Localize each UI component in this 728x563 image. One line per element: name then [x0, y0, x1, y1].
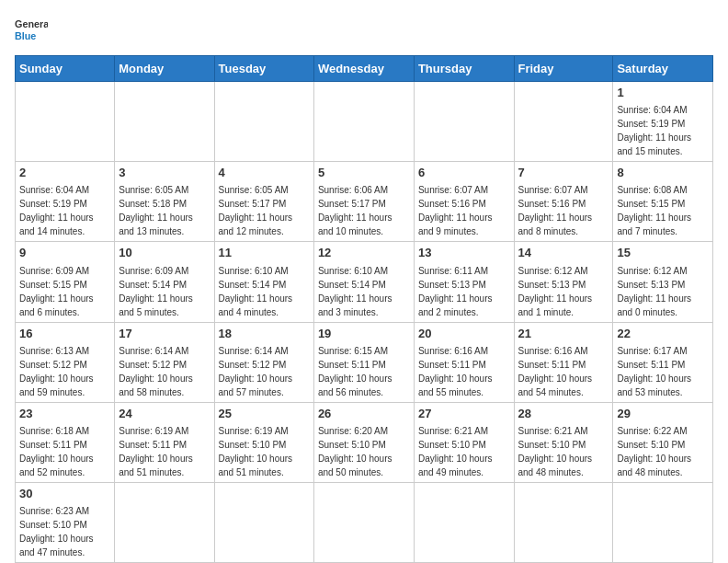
day-number: 29: [617, 406, 709, 422]
day-cell: [214, 482, 313, 562]
day-info: Sunrise: 6:21 AMSunset: 5:10 PMDaylight:…: [418, 424, 510, 479]
day-info: Sunrise: 6:05 AMSunset: 5:17 PMDaylight:…: [219, 183, 310, 238]
day-number: 25: [219, 406, 310, 422]
day-number: 20: [418, 326, 510, 342]
day-cell: 7Sunrise: 6:07 AMSunset: 5:16 PMDaylight…: [514, 162, 613, 242]
day-cell: [514, 482, 613, 562]
day-number: 10: [119, 245, 210, 261]
day-info: Sunrise: 6:19 AMSunset: 5:10 PMDaylight:…: [219, 424, 310, 479]
day-cell: 26Sunrise: 6:20 AMSunset: 5:10 PMDayligh…: [313, 402, 414, 482]
day-cell: 12Sunrise: 6:10 AMSunset: 5:14 PMDayligh…: [313, 242, 414, 322]
day-number: 1: [617, 85, 709, 101]
calendar: SundayMondayTuesdayWednesdayThursdayFrid…: [15, 55, 713, 563]
logo-icon: General Blue: [15, 15, 48, 48]
day-info: Sunrise: 6:11 AMSunset: 5:13 PMDaylight:…: [418, 264, 510, 319]
day-number: 27: [418, 406, 510, 422]
week-row: 30Sunrise: 6:23 AMSunset: 5:10 PMDayligh…: [16, 482, 713, 562]
day-info: Sunrise: 6:22 AMSunset: 5:10 PMDaylight:…: [617, 424, 709, 479]
day-info: Sunrise: 6:14 AMSunset: 5:12 PMDaylight:…: [219, 344, 310, 399]
day-cell: 16Sunrise: 6:13 AMSunset: 5:12 PMDayligh…: [16, 322, 115, 402]
day-info: Sunrise: 6:17 AMSunset: 5:11 PMDaylight:…: [617, 344, 709, 399]
day-number: 21: [518, 326, 609, 342]
day-cell: 27Sunrise: 6:21 AMSunset: 5:10 PMDayligh…: [414, 402, 514, 482]
day-header-sunday: Sunday: [16, 56, 115, 82]
day-info: Sunrise: 6:20 AMSunset: 5:10 PMDaylight:…: [318, 424, 410, 479]
day-number: 7: [518, 165, 609, 181]
day-number: 12: [318, 245, 410, 261]
day-info: Sunrise: 6:19 AMSunset: 5:11 PMDaylight:…: [119, 424, 210, 479]
day-cell: 3Sunrise: 6:05 AMSunset: 5:18 PMDaylight…: [115, 162, 214, 242]
day-info: Sunrise: 6:18 AMSunset: 5:11 PMDaylight:…: [19, 424, 110, 479]
week-row: 2Sunrise: 6:04 AMSunset: 5:19 PMDaylight…: [16, 162, 713, 242]
day-number: 15: [617, 245, 709, 261]
day-info: Sunrise: 6:16 AMSunset: 5:11 PMDaylight:…: [418, 344, 510, 399]
day-header-saturday: Saturday: [613, 56, 713, 82]
week-row: 16Sunrise: 6:13 AMSunset: 5:12 PMDayligh…: [16, 322, 713, 402]
day-cell: 4Sunrise: 6:05 AMSunset: 5:17 PMDaylight…: [214, 162, 313, 242]
day-cell: 13Sunrise: 6:11 AMSunset: 5:13 PMDayligh…: [414, 242, 514, 322]
day-number: 30: [19, 486, 110, 502]
day-number: 19: [318, 326, 410, 342]
day-cell: [313, 82, 414, 162]
header: General Blue: [15, 15, 713, 48]
day-cell: 17Sunrise: 6:14 AMSunset: 5:12 PMDayligh…: [115, 322, 214, 402]
day-cell: 25Sunrise: 6:19 AMSunset: 5:10 PMDayligh…: [214, 402, 313, 482]
day-info: Sunrise: 6:07 AMSunset: 5:16 PMDaylight:…: [418, 183, 510, 238]
day-cell: 19Sunrise: 6:15 AMSunset: 5:11 PMDayligh…: [313, 322, 414, 402]
day-cell: 15Sunrise: 6:12 AMSunset: 5:13 PMDayligh…: [613, 242, 713, 322]
day-cell: [414, 82, 514, 162]
day-cell: 9Sunrise: 6:09 AMSunset: 5:15 PMDaylight…: [16, 242, 115, 322]
day-cell: 18Sunrise: 6:14 AMSunset: 5:12 PMDayligh…: [214, 322, 313, 402]
day-info: Sunrise: 6:15 AMSunset: 5:11 PMDaylight:…: [318, 344, 410, 399]
day-info: Sunrise: 6:13 AMSunset: 5:12 PMDaylight:…: [19, 344, 110, 399]
calendar-header: SundayMondayTuesdayWednesdayThursdayFrid…: [16, 56, 713, 82]
day-cell: 1Sunrise: 6:04 AMSunset: 5:19 PMDaylight…: [613, 82, 713, 162]
day-cell: [16, 82, 115, 162]
day-cell: 14Sunrise: 6:12 AMSunset: 5:13 PMDayligh…: [514, 242, 613, 322]
day-cell: 23Sunrise: 6:18 AMSunset: 5:11 PMDayligh…: [16, 402, 115, 482]
day-cell: [514, 82, 613, 162]
day-info: Sunrise: 6:14 AMSunset: 5:12 PMDaylight:…: [119, 344, 210, 399]
day-cell: 20Sunrise: 6:16 AMSunset: 5:11 PMDayligh…: [414, 322, 514, 402]
day-number: 4: [219, 165, 310, 181]
svg-text:General: General: [15, 18, 48, 29]
day-cell: 22Sunrise: 6:17 AMSunset: 5:11 PMDayligh…: [613, 322, 713, 402]
day-info: Sunrise: 6:09 AMSunset: 5:15 PMDaylight:…: [19, 264, 110, 319]
day-cell: 28Sunrise: 6:21 AMSunset: 5:10 PMDayligh…: [514, 402, 613, 482]
svg-text:Blue: Blue: [15, 30, 36, 41]
day-cell: [313, 482, 414, 562]
day-info: Sunrise: 6:05 AMSunset: 5:18 PMDaylight:…: [119, 183, 210, 238]
day-cell: [613, 482, 713, 562]
day-info: Sunrise: 6:04 AMSunset: 5:19 PMDaylight:…: [617, 103, 709, 158]
day-cell: 30Sunrise: 6:23 AMSunset: 5:10 PMDayligh…: [16, 482, 115, 562]
day-header-wednesday: Wednesday: [313, 56, 414, 82]
day-header-monday: Monday: [115, 56, 214, 82]
day-number: 6: [418, 165, 510, 181]
day-cell: [115, 482, 214, 562]
week-row: 9Sunrise: 6:09 AMSunset: 5:15 PMDaylight…: [16, 242, 713, 322]
day-header-friday: Friday: [514, 56, 613, 82]
day-cell: 8Sunrise: 6:08 AMSunset: 5:15 PMDaylight…: [613, 162, 713, 242]
day-info: Sunrise: 6:16 AMSunset: 5:11 PMDaylight:…: [518, 344, 609, 399]
day-cell: 11Sunrise: 6:10 AMSunset: 5:14 PMDayligh…: [214, 242, 313, 322]
day-number: 3: [119, 165, 210, 181]
day-number: 18: [219, 326, 310, 342]
day-cell: 29Sunrise: 6:22 AMSunset: 5:10 PMDayligh…: [613, 402, 713, 482]
day-cell: [115, 82, 214, 162]
day-number: 14: [518, 245, 609, 261]
day-number: 13: [418, 245, 510, 261]
day-info: Sunrise: 6:04 AMSunset: 5:19 PMDaylight:…: [19, 183, 110, 238]
day-number: 9: [19, 245, 110, 261]
day-cell: 6Sunrise: 6:07 AMSunset: 5:16 PMDaylight…: [414, 162, 514, 242]
day-cell: 2Sunrise: 6:04 AMSunset: 5:19 PMDaylight…: [16, 162, 115, 242]
day-number: 16: [19, 326, 110, 342]
day-number: 2: [19, 165, 110, 181]
day-number: 17: [119, 326, 210, 342]
day-number: 22: [617, 326, 709, 342]
day-info: Sunrise: 6:09 AMSunset: 5:14 PMDaylight:…: [119, 264, 210, 319]
day-info: Sunrise: 6:12 AMSunset: 5:13 PMDaylight:…: [518, 264, 609, 319]
day-number: 23: [19, 406, 110, 422]
day-info: Sunrise: 6:21 AMSunset: 5:10 PMDaylight:…: [518, 424, 609, 479]
week-row: 1Sunrise: 6:04 AMSunset: 5:19 PMDaylight…: [16, 82, 713, 162]
day-cell: 21Sunrise: 6:16 AMSunset: 5:11 PMDayligh…: [514, 322, 613, 402]
